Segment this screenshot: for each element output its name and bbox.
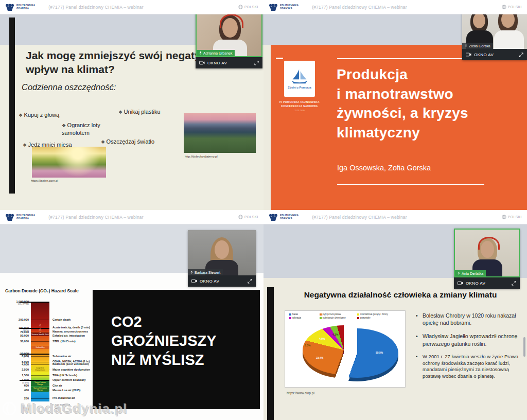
globe-icon	[238, 5, 243, 9]
pie-chart-panel: hałaspyły przemysłowemikroklimat gorący …	[285, 310, 406, 388]
mic-icon	[199, 51, 202, 55]
sailboat-icon	[290, 68, 309, 85]
quadrant-bottom-right: POLITECHNIKAGDAŃSKA (#7177) Panel dziedz…	[264, 210, 527, 420]
pie-chart: 55.5%23.4%8.5%4.0%4.2%4.3%	[285, 322, 405, 387]
slide-subtitle: Codzienna oszczędność:	[22, 82, 116, 92]
pg-crest-icon	[5, 213, 14, 221]
legend-swatch	[357, 317, 359, 319]
webcam-toolbar: OKNO AV	[462, 49, 527, 60]
watermark-swirl-icon	[1, 400, 17, 417]
legend-item: pozostałe	[357, 317, 404, 319]
participant-name: Ania Derlatka	[462, 272, 483, 275]
camera-icon	[458, 281, 463, 285]
language-selector[interactable]: POLSKI	[238, 5, 258, 9]
scrollbar-thumb[interactable]	[523, 337, 525, 357]
pie-percentage: 4.3%	[349, 328, 355, 331]
camera-icon	[466, 52, 471, 57]
webinar-title: (#7177) Panel dziedzinowy CHEMIA – webin…	[312, 5, 407, 10]
webcam-video: Ania Derlatka	[454, 229, 520, 277]
logo-line2: GDAŃSKA	[16, 7, 35, 10]
bullet-plastik: Unikaj plastiku	[118, 108, 161, 116]
webinar-header: POLITECHNIKAGDAŃSKA (#7177) Panel dziedz…	[0, 210, 264, 224]
zdolni-logo-label: Zdolni z Pomorza	[288, 86, 311, 89]
slide-left-bar	[267, 287, 274, 420]
participant-name-tag: Barbara Siewert	[188, 269, 223, 275]
slide-bullet: Bolesław Chrobry w 1020 roku nakazał opi…	[416, 312, 523, 326]
slide-title: Produkcja i marnotrawstwo żywności, a kr…	[337, 65, 468, 142]
webinar-title: (#7177) Panel dziedzinowy CHEMIA – webin…	[312, 215, 407, 220]
pie-percentage: 55.5%	[376, 351, 383, 354]
slide-bullet: Władysław Jagiełło wprowadził ochronę pi…	[416, 332, 523, 347]
pie-legend: hałaspyły przemysłowemikroklimat gorący …	[289, 313, 404, 319]
webcam-barbara[interactable]: Barbara Siewert OKNO AV	[188, 230, 256, 287]
participant-name: Barbara Siewert	[195, 271, 220, 274]
language-selector[interactable]: POLSKI	[502, 5, 522, 9]
pg-crest-icon	[269, 213, 278, 221]
webinar-header: POLITECHNIKAGDAŃSKA (#7177) Panel dziedz…	[264, 210, 527, 224]
okno-av-label: OKNO AV	[207, 61, 227, 65]
language-label: POLSKI	[244, 5, 258, 9]
participant-name-tag: Adrianna Urbanek	[197, 50, 235, 56]
participant-name-tag: Ania Derlatka	[455, 270, 486, 276]
hazard-chart-title: Carbon Dioxide (CO₂) Hazard Scale	[5, 288, 79, 293]
mic-icon	[190, 270, 193, 274]
zdolni-z-pomorza-logo: Zdolni z Pomorza	[284, 61, 315, 97]
pie-percentage: 8.5%	[305, 344, 310, 347]
webcam-toolbar: OKNO AV	[454, 277, 520, 289]
legend-item: hałas	[289, 313, 320, 316]
camera-icon	[191, 279, 197, 283]
slide-authors: Iga Ossowska, Zofia Gorska	[337, 164, 431, 172]
language-selector[interactable]: POLSKI	[502, 215, 522, 219]
webcam-ania[interactable]: Ania Derlatka OKNO AV	[454, 229, 520, 289]
slide-dash	[276, 58, 283, 59]
participant-name-tag: Zosia Gorska	[462, 43, 493, 49]
webinar-header: POLITECHNIKAGDAŃSKA (#7177) Panel dziedz…	[0, 0, 264, 14]
co2-headline-box: CO2 GROŹNIEJSZY NIŻ MYŚLISZ	[93, 290, 260, 409]
slide-bullet-list: Bolesław Chrobry w 1020 roku nakazał opi…	[416, 312, 523, 386]
legend-item: mikroklimat gorący i zimny	[357, 313, 404, 316]
quadrant-top-right: POLITECHNIKAGDAŃSKA (#7177) Panel dziedz…	[264, 0, 527, 210]
webcam-toolbar: OKNO AV	[196, 57, 262, 68]
language-selector[interactable]: POLSKI	[238, 215, 258, 219]
legend-swatch	[320, 313, 322, 316]
legend-item: wibracja	[289, 317, 320, 319]
webinar-title: (#7177) Panel dziedzinowy CHEMIA – webin…	[48, 215, 144, 220]
participant-name: Zosia Gorska	[469, 44, 490, 48]
expand-icon[interactable]	[248, 279, 252, 284]
legend-item: pyły przemysłowe	[320, 313, 357, 316]
webcam-toolbar: OKNO AV	[188, 275, 256, 287]
mlodagdynia-watermark: MlodaGdynia.pl	[1, 400, 128, 417]
politechnika-gdanska-logo: POLITECHNIKAGDAŃSKA	[5, 3, 35, 11]
meadow-caption: https://jasien.com.pl	[31, 179, 58, 182]
globe-icon	[238, 215, 243, 219]
politechnika-gdanska-logo: POLITECHNIKAGDAŃSKA	[5, 213, 35, 221]
expand-icon[interactable]	[519, 52, 523, 57]
globe-icon	[502, 5, 506, 9]
webcam-video: Barbara Siewert	[188, 230, 256, 275]
expand-icon[interactable]	[512, 281, 516, 286]
quadrant-bottom-left: POLITECHNIKAGDAŃSKA (#7177) Panel dziedz…	[0, 210, 264, 420]
mountain-caption: http://dobrobytdajemy.pl	[185, 155, 218, 158]
participant-name: Adrianna Urbanek	[203, 51, 232, 55]
legend-item: substancje chemiczne	[320, 317, 357, 319]
pie-percentage: 4.0%	[319, 337, 325, 340]
co2-headline: CO2 GROŹNIEJSZY NIŻ MYŚLISZ	[111, 312, 217, 370]
pie-source-caption: https://www.ciop.pl	[287, 391, 314, 395]
expand-icon[interactable]	[254, 61, 259, 65]
bullet-swiatlo: Oszczędzaj światło	[101, 138, 154, 146]
conference-name: IV POMORSKA UCZNIOWSKA KONFERENCJA NAUKO…	[269, 100, 330, 108]
bullet-kupuj: Kupuj z głową	[19, 111, 59, 119]
slide-bullet: W 2001 r. 27 kwietnia weszło w życie Pra…	[416, 354, 523, 380]
conference-date: 21.11.2020	[269, 109, 330, 112]
mic-icon	[458, 271, 460, 275]
slide-title: Negatywna działalność człowieka a zmiany…	[279, 290, 522, 300]
legend-swatch	[357, 313, 359, 316]
camera-icon	[199, 61, 205, 65]
pie-percentage: 23.4%	[316, 356, 323, 359]
quadrant-top-left: POLITECHNIKAGDAŃSKA (#7177) Panel dziedz…	[0, 0, 264, 210]
pie-percentage-labels: 55.5%23.4%8.5%4.0%4.2%4.3%	[285, 322, 405, 387]
mountain-photo	[184, 113, 256, 153]
pg-crest-icon	[269, 3, 278, 11]
pg-crest-icon	[5, 3, 14, 11]
legend-swatch	[320, 317, 322, 319]
